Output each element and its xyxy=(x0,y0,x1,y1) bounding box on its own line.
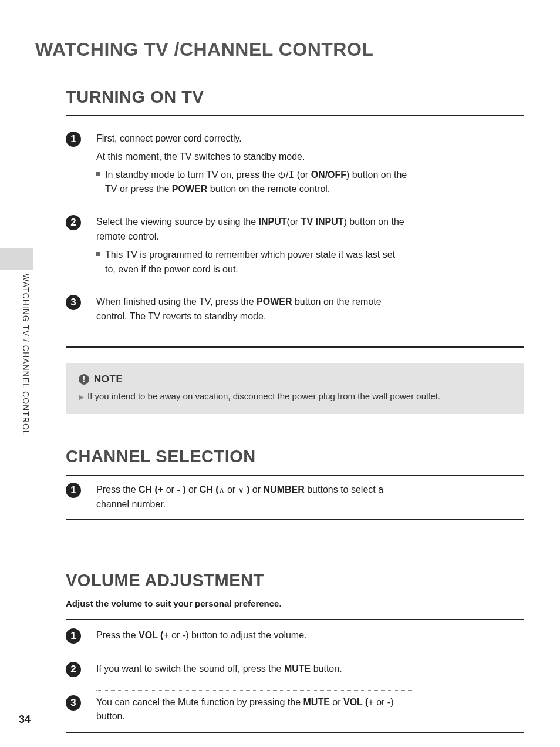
page-title: WATCHING TV /CHANNEL CONTROL xyxy=(35,39,525,60)
step-text: You can cancel the Mute function by pres… xyxy=(96,695,407,725)
step-text: First, connect power cord correctly. xyxy=(96,132,407,146)
step-2: 2 If you want to switch the sound off, p… xyxy=(66,657,524,687)
step-text: This TV is programmed to remember which … xyxy=(105,248,407,277)
bullet-item: In standby mode to turn TV on, press the… xyxy=(96,168,407,197)
step-3: 3 When finished using the TV, press the … xyxy=(66,290,524,337)
note-text: If you intend to be away on vacation, di… xyxy=(87,391,440,401)
step-number-icon: 2 xyxy=(66,215,81,230)
side-section-label: WATCHING TV / CHANNEL CONTROL xyxy=(21,274,31,436)
section-title-channel: CHANNEL SELECTION xyxy=(66,447,524,466)
step-text: Press the CH (+ or - ) or CH (∧ or ∨ ) o… xyxy=(96,483,407,512)
power-icon xyxy=(278,171,286,179)
step-text: Select the viewing source by using the I… xyxy=(96,215,407,244)
mute-label: MUTE xyxy=(303,697,330,707)
step-number-icon: 1 xyxy=(66,132,81,147)
square-bullet-icon xyxy=(96,172,100,176)
note-callout: ! NOTE ▶ If you intend to be away on vac… xyxy=(66,363,524,414)
section-title-volume: VOLUME ADJUSTMENT xyxy=(66,571,524,590)
step-number-icon: 3 xyxy=(66,695,81,711)
number-label: NUMBER xyxy=(264,484,305,494)
step-text: At this moment, the TV switches to stand… xyxy=(96,150,407,164)
step-1: 1 Press the CH (+ or - ) or CH (∧ or ∨ )… xyxy=(66,476,524,519)
step-number-icon: 2 xyxy=(66,662,81,677)
vol-label: VOL ( xyxy=(139,630,163,640)
step-number-icon: 3 xyxy=(66,295,81,310)
power-label: POWER xyxy=(172,184,207,194)
divider xyxy=(66,519,524,520)
tv-input-label: TV INPUT xyxy=(301,217,344,227)
triangle-bullet-icon: ▶ xyxy=(79,393,84,401)
step-text: (or xyxy=(297,170,311,180)
slash-i-icon: /I xyxy=(286,170,294,180)
page-number: 34 xyxy=(19,714,31,726)
divider xyxy=(66,346,524,348)
note-title: NOTE xyxy=(94,374,123,385)
onoff-label: ON/OFF xyxy=(311,170,346,180)
section-title-turning-on: TURNING ON TV xyxy=(66,88,524,107)
step-number-icon: 1 xyxy=(66,483,81,498)
side-tab xyxy=(0,248,33,270)
step-text: When finished using the TV, press the PO… xyxy=(96,295,407,324)
step-text: In standby mode to turn TV on, press the xyxy=(105,170,278,180)
section-intro: Adjust the volume to suit your personal … xyxy=(66,598,524,608)
chevron-up-icon: ∧ xyxy=(219,486,225,494)
power-label: POWER xyxy=(257,297,292,307)
step-1: 1 First, connect power cord correctly. A… xyxy=(66,127,524,206)
input-label: INPUT xyxy=(259,217,287,227)
chevron-down-icon: ∨ xyxy=(238,486,244,494)
bullet-item: This TV is programmed to remember which … xyxy=(96,248,407,277)
step-number-icon: 1 xyxy=(66,628,81,644)
vol-label: VOL ( xyxy=(343,697,368,707)
step-text: If you want to switch the sound off, pre… xyxy=(96,662,407,677)
mute-label: MUTE xyxy=(284,664,311,674)
step-text: Press the VOL (+ or -) button to adjust … xyxy=(96,628,407,644)
step-2: 2 Select the viewing source by using the… xyxy=(66,210,524,286)
divider xyxy=(66,732,524,733)
alert-icon: ! xyxy=(79,374,89,385)
step-text: button on the remote control. xyxy=(207,184,330,194)
step-1: 1 Press the VOL (+ or -) button to adjus… xyxy=(66,620,524,653)
square-bullet-icon xyxy=(96,252,100,256)
step-3: 3 You can cancel the Mute function by pr… xyxy=(66,691,524,733)
